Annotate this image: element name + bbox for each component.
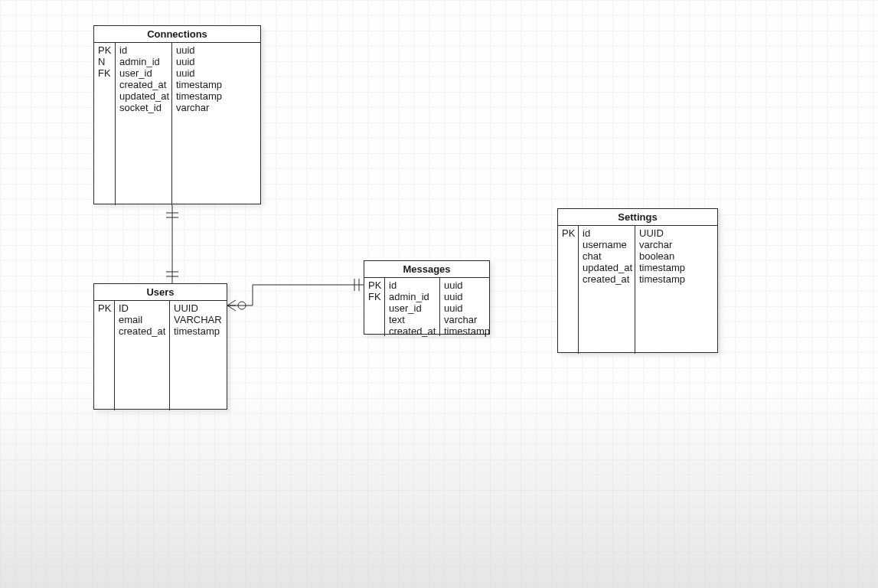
col-type: UUID varchar boolean timestamp timestamp [635,226,717,354]
cell-key: PK [98,44,111,56]
col-key: PK [558,226,579,354]
col-type: uuid uuid uuid varchar timestamp [440,278,494,336]
cell-type: uuid [444,291,490,302]
diagram-canvas[interactable]: Connections PK N FK id admin_id user_id … [0,0,878,588]
col-type: UUID VARCHAR timestamp [170,301,227,410]
entity-messages[interactable]: Messages PK FK id admin_id user_id text … [364,260,490,335]
cell-name: ID [119,302,165,314]
cell-name: text [389,314,436,325]
cell-type: uuid [444,302,490,314]
entity-body: PK ID email created_at UUID VARCHAR time… [94,301,227,410]
cell-type: timestamp [639,262,713,273]
entity-body: PK FK id admin_id user_id text created_a… [364,278,489,336]
cell-name: admin_id [119,56,168,67]
cell-type: timestamp [174,325,223,337]
col-key: PK [94,301,115,410]
entity-title: Connections [94,26,260,43]
cell-name: chat [583,250,631,262]
cell-name: updated_at [583,262,631,273]
cell-name: user_id [119,67,168,79]
entity-connections[interactable]: Connections PK N FK id admin_id user_id … [93,25,261,204]
cell-name: user_id [389,302,436,314]
cell-type: timestamp [639,273,713,285]
cell-key: PK [562,227,574,239]
cell-key: N [98,56,111,67]
svg-point-8 [238,302,246,309]
cell-name: created_at [119,79,168,90]
cell-type: varchar [444,314,490,325]
cell-type: varchar [176,102,256,113]
cell-type: VARCHAR [174,314,223,325]
svg-line-5 [227,300,236,305]
col-name: id admin_id user_id text created_at [385,278,440,336]
cell-name: id [583,227,631,239]
cell-name: id [119,44,168,56]
entity-settings[interactable]: Settings PK id username chat updated_at … [557,208,718,353]
entity-body: PK N FK id admin_id user_id created_at u… [94,43,260,205]
cell-name: updated_at [119,90,168,102]
cell-type: boolean [639,250,713,262]
cell-type: UUID [174,302,223,314]
entity-body: PK id username chat updated_at created_a… [558,226,717,354]
col-name: ID email created_at [115,301,170,410]
cell-type: timestamp [444,325,490,337]
cell-type: uuid [176,67,256,79]
cell-key: PK [98,302,110,314]
col-key: PK FK [364,278,385,336]
connector-users-messages [227,279,364,311]
cell-name: socket_id [119,102,168,113]
cell-key: PK [368,279,380,291]
cell-type: varchar [639,239,713,250]
cell-name: created_at [583,273,631,285]
cell-key: FK [98,67,111,79]
svg-line-6 [227,305,236,311]
cell-name: email [119,314,165,325]
cell-type: UUID [639,227,713,239]
cell-name: created_at [389,325,436,337]
entity-users[interactable]: Users PK ID email created_at UUID VARCHA… [93,283,227,410]
entity-title: Users [94,284,227,301]
col-key: PK N FK [94,43,116,205]
cell-type: uuid [444,279,490,291]
col-name: id username chat updated_at created_at [579,226,635,354]
cell-type: timestamp [176,90,256,102]
cell-type: uuid [176,44,256,56]
cell-name: id [389,279,436,291]
entity-title: Messages [364,261,489,278]
entity-title: Settings [558,209,717,226]
cell-key: FK [368,291,380,302]
col-type: uuid uuid uuid timestamp timestamp varch… [172,43,260,205]
connector-connections-users [166,205,178,283]
col-name: id admin_id user_id created_at updated_a… [116,43,172,205]
cell-name: admin_id [389,291,436,302]
cell-name: created_at [119,325,165,337]
cell-name: username [583,239,631,250]
cell-type: uuid [176,56,256,67]
cell-type: timestamp [176,79,256,90]
